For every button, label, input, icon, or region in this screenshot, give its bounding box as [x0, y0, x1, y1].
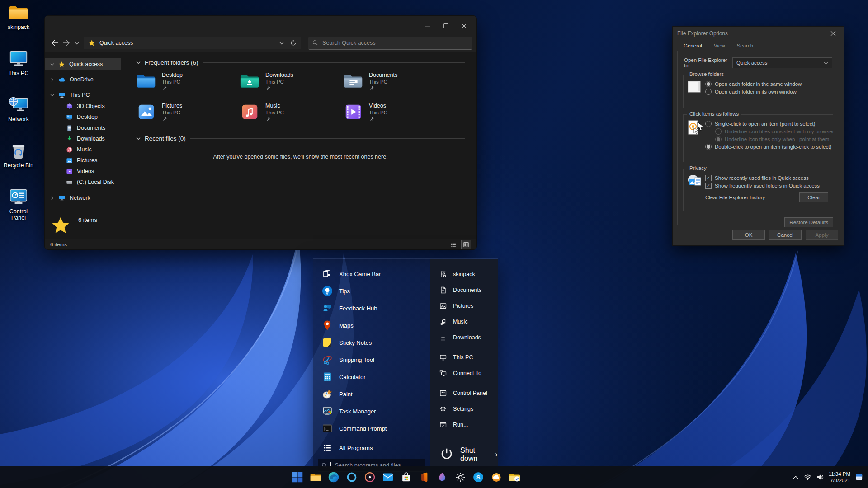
menu-item-task-manager[interactable]: Task Manager: [313, 403, 430, 420]
ok-button[interactable]: OK: [732, 230, 765, 240]
tab-search[interactable]: Search: [731, 41, 759, 51]
tile-downloads[interactable]: Downloads This PC: [240, 72, 343, 97]
refresh-icon[interactable]: [290, 40, 297, 46]
tile-music[interactable]: Music This PC: [240, 103, 343, 128]
menu-item-calculator[interactable]: Calculator: [313, 368, 430, 385]
sidebar-item-onedrive[interactable]: OneDrive: [45, 74, 121, 85]
dialog-titlebar[interactable]: File Explorer Options: [673, 27, 844, 40]
tile-videos[interactable]: Videos This PC: [343, 103, 447, 128]
taskbar-weather[interactable]: [489, 470, 504, 484]
chevron-right-icon[interactable]: [51, 78, 54, 82]
menu-item-command-prompt[interactable]: Command Prompt: [313, 420, 430, 437]
shutdown-options-chevron[interactable]: ›: [495, 450, 498, 458]
menu-item-pictures[interactable]: Pictures: [430, 298, 498, 314]
volume-icon[interactable]: [816, 474, 824, 480]
menu-item-skinpack[interactable]: skinpack: [430, 266, 498, 282]
tile-pictures[interactable]: Pictures This PC: [136, 103, 240, 128]
chevron-down-icon[interactable]: [50, 63, 54, 66]
desktop-icon-recycle-bin[interactable]: Recycle Bin: [3, 142, 34, 173]
minimize-button[interactable]: [419, 20, 437, 31]
sidebar-item-downloads[interactable]: Downloads: [45, 133, 121, 144]
menu-item-sticky-notes[interactable]: Sticky Notes: [313, 334, 430, 351]
menu-item-run[interactable]: Run...: [430, 417, 498, 432]
collapse-chevron-icon[interactable]: [136, 137, 141, 140]
shutdown-button[interactable]: Shut down ›: [430, 446, 498, 462]
taskbar-settings[interactable]: [453, 470, 467, 484]
taskbar-mail[interactable]: [381, 470, 395, 484]
sidebar-item-documents[interactable]: Documents: [45, 122, 121, 133]
sidebar-item-local-disk-c[interactable]: (C:) Local Disk: [45, 177, 121, 188]
taskbar-office[interactable]: [417, 470, 431, 484]
taskbar-clock[interactable]: 11:34 PM 7/3/2021: [829, 471, 850, 483]
close-button[interactable]: [455, 20, 473, 31]
menu-item-settings[interactable]: Settings: [430, 401, 498, 417]
thumbnail-view-icon[interactable]: [461, 240, 471, 249]
radio-double-click[interactable]: Double-click to open an item (single-cli…: [705, 144, 828, 150]
dialog-close-icon[interactable]: [827, 29, 839, 38]
radio-own-window[interactable]: Open each folder in its own window: [705, 89, 828, 95]
menu-item-feedback-hub[interactable]: Feedback Hub: [313, 300, 430, 317]
details-view-icon[interactable]: [448, 240, 458, 249]
explorer-search-box[interactable]: [308, 37, 472, 50]
hidden-icons-chevron-icon[interactable]: [793, 475, 799, 479]
checkbox-show-frequent-folders[interactable]: ✓ Show frequently used folders in Quick …: [705, 183, 828, 189]
taskbar-file-explorer[interactable]: [308, 470, 323, 484]
sidebar-item-videos[interactable]: Videos: [45, 166, 121, 177]
collapse-chevron-icon[interactable]: [136, 61, 141, 64]
chevron-down-icon[interactable]: [50, 94, 54, 97]
radio-underline-point[interactable]: Underline icon titles only when I point …: [715, 136, 828, 142]
menu-item-downloads[interactable]: Downloads: [430, 329, 498, 345]
menu-item-control-panel[interactable]: Control Panel: [430, 385, 498, 401]
desktop-icon-control-panel[interactable]: Control Panel: [3, 188, 34, 219]
tile-documents[interactable]: Documents This PC: [343, 72, 447, 97]
sidebar-item-pictures[interactable]: Pictures: [45, 155, 121, 166]
menu-item-xbox-game-bar[interactable]: Xbox Game Bar: [313, 265, 430, 282]
radio-single-click[interactable]: Single-click to open an item (point to s…: [705, 121, 828, 127]
radio-underline-consistent[interactable]: Underline icon titles consistent with my…: [715, 128, 828, 135]
checkbox-show-recent-files[interactable]: ✓ Show recently used files in Quick acce…: [705, 175, 828, 181]
desktop-icon-network[interactable]: Network: [3, 96, 34, 127]
menu-item-snipping-tool[interactable]: Snipping Tool: [313, 351, 430, 368]
desktop-icon-skinpack[interactable]: skinpack: [3, 4, 34, 34]
menu-item-music[interactable]: Music: [430, 314, 498, 329]
tab-general[interactable]: General: [678, 41, 708, 51]
restore-defaults-button[interactable]: Restore Defaults: [784, 217, 833, 227]
maximize-button[interactable]: [437, 20, 455, 31]
menu-item-all-programs[interactable]: All Programs: [313, 439, 430, 456]
sidebar-item-3d-objects[interactable]: 3D Objects: [45, 101, 121, 112]
taskbar-media-player[interactable]: [363, 470, 377, 484]
address-dropdown-chevron-icon[interactable]: [279, 42, 284, 45]
back-icon[interactable]: [51, 40, 58, 46]
sidebar-item-quick-access[interactable]: Quick access: [45, 58, 121, 70]
taskbar-paint-3d[interactable]: [435, 470, 449, 484]
taskbar-skype[interactable]: S: [471, 470, 486, 484]
recent-files-header[interactable]: Recent files (0): [136, 135, 465, 142]
menu-item-this-pc[interactable]: This PC: [430, 349, 498, 365]
address-bar[interactable]: Quick access: [84, 37, 301, 49]
wifi-icon[interactable]: [804, 474, 811, 480]
menu-item-tips[interactable]: Tips: [313, 282, 430, 300]
menu-item-documents[interactable]: Documents: [430, 282, 498, 298]
clear-button[interactable]: Clear: [799, 192, 828, 202]
sidebar-item-this-pc[interactable]: This PC: [45, 89, 121, 101]
tile-desktop[interactable]: Desktop This PC: [136, 72, 240, 97]
explorer-search-input[interactable]: [321, 39, 468, 47]
breadcrumb[interactable]: Quick access: [99, 40, 133, 46]
start-button[interactable]: [290, 470, 305, 484]
menu-item-paint[interactable]: Paint: [313, 385, 430, 403]
radio-same-window[interactable]: Open each folder in the same window: [705, 81, 828, 87]
taskbar-microsoft-store[interactable]: [399, 470, 413, 484]
chevron-right-icon[interactable]: [51, 196, 54, 200]
tab-view[interactable]: View: [708, 41, 731, 51]
taskbar-cortana[interactable]: [344, 470, 359, 484]
explorer-titlebar[interactable]: [45, 16, 476, 34]
recent-locations-chevron-icon[interactable]: [75, 42, 79, 45]
frequent-folders-header[interactable]: Frequent folders (6): [136, 59, 465, 66]
desktop-icon-this-pc[interactable]: This PC: [3, 50, 34, 80]
menu-item-maps[interactable]: Maps: [313, 317, 430, 334]
cancel-button[interactable]: Cancel: [769, 230, 802, 240]
taskbar-tasks-folder[interactable]: [507, 470, 522, 484]
forward-icon[interactable]: [63, 40, 70, 46]
taskbar-edge[interactable]: [326, 470, 341, 484]
sidebar-item-network[interactable]: Network: [45, 192, 121, 204]
